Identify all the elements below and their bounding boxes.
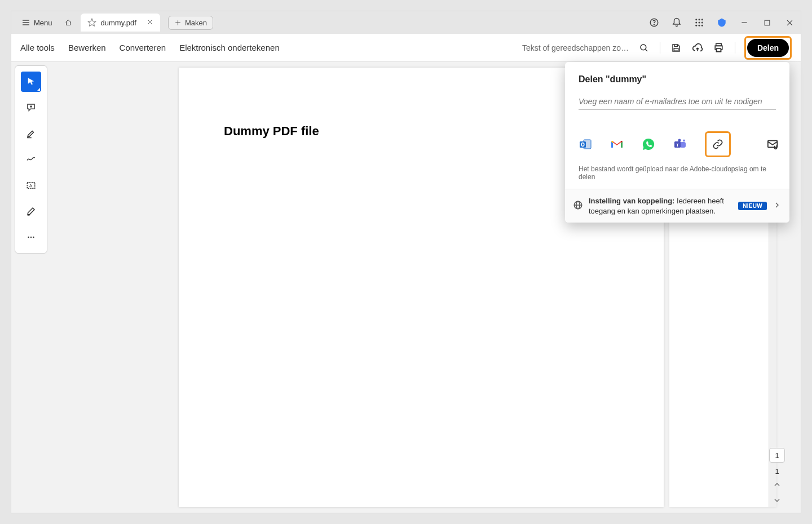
window-maximize-button[interactable] [760,16,774,29]
svg-point-10 [695,19,697,20]
link-settings-label: Instelling van koppeling: [589,197,674,205]
page-number-input[interactable]: 1 [769,448,785,463]
share-gmail-button[interactable] [610,137,624,151]
account-icon [717,17,727,28]
apps-grid-icon [694,17,704,28]
tab-all-tools[interactable]: Alle tools [20,43,55,52]
close-icon [785,19,794,27]
svg-text:T: T [676,143,679,148]
chevron-right-icon [773,201,782,210]
svg-point-12 [701,19,703,20]
menu-label: Menu [34,19,52,27]
page-down-button[interactable] [773,496,782,507]
svg-rect-37 [580,141,586,148]
notifications-button[interactable] [670,16,683,29]
titlebar: Menu dummy.pdf Maken [11,11,801,34]
window-close-button[interactable] [783,16,796,29]
svg-rect-44 [768,141,778,148]
tab-close-button[interactable] [147,19,153,27]
invite-input[interactable] [579,95,776,110]
link-settings-text: Instelling van koppeling: Iedereen heeft… [589,196,732,216]
create-button[interactable]: Maken [168,16,213,30]
signature-icon [26,206,36,216]
svg-rect-20 [765,20,770,25]
svg-line-24 [645,49,647,51]
svg-point-41 [678,139,681,142]
star-icon [87,18,96,27]
hamburger-icon [21,18,30,27]
search-button[interactable] [637,41,651,55]
svg-point-40 [683,140,685,142]
document-heading: Dummy PDF file [224,124,619,139]
svg-point-9 [654,24,654,25]
document-tab[interactable]: dummy.pdf [81,14,160,32]
share-email-attach-button[interactable] [767,137,779,151]
tool-draw[interactable] [21,149,41,170]
search-placeholder-text[interactable]: Tekst of gereedschappen zoe… [522,43,629,52]
svg-point-33 [28,237,29,238]
tool-select[interactable] [21,72,41,92]
svg-point-11 [699,19,700,20]
cursor-icon [26,77,36,87]
share-teams-button[interactable]: T [673,137,687,151]
share-outlook-button[interactable] [579,137,592,151]
page-up-button[interactable] [773,480,782,491]
account-button[interactable] [715,16,729,29]
tab-convert[interactable]: Converteren [120,43,166,52]
outlook-icon [579,137,592,151]
more-icon [26,232,36,242]
home-button[interactable] [61,16,75,29]
share-button-highlight: Delen [744,36,792,60]
tab-edit[interactable]: Bewerken [68,43,106,52]
cloud-upload-icon [692,42,703,54]
tool-text-box[interactable]: A [21,175,41,196]
svg-rect-27 [717,48,721,52]
chevron-up-icon [773,480,782,489]
link-settings-expand[interactable] [773,201,782,212]
page-navigation: 1 1 [769,448,785,507]
svg-rect-39 [680,142,686,148]
svg-point-13 [695,22,697,24]
menu-button[interactable]: Menu [16,15,58,30]
text-box-icon: A [26,180,36,190]
close-icon [147,19,153,25]
whatsapp-icon [642,137,655,151]
tool-comment[interactable] [21,97,41,118]
svg-marker-3 [88,19,95,26]
apps-grid-button[interactable] [692,16,706,29]
help-button[interactable] [647,16,661,29]
svg-rect-25 [674,48,678,51]
link-icon [712,139,723,150]
tab-esign[interactable]: Elektronisch ondertekenen [179,43,280,52]
highlighter-icon [26,128,36,139]
window-minimize-button[interactable] [738,16,751,29]
tool-sign[interactable] [21,201,41,221]
svg-point-16 [695,25,697,26]
print-icon [713,42,724,53]
print-button[interactable] [712,41,726,55]
share-button[interactable]: Delen [747,39,789,57]
save-button[interactable] [669,41,683,55]
divider [660,42,660,54]
teams-icon: T [673,137,687,151]
svg-point-17 [699,25,700,26]
link-settings-row[interactable]: Instelling van koppeling: Iedereen heeft… [565,189,789,223]
upload-cloud-button[interactable] [691,41,704,55]
plus-icon [174,19,182,26]
globe-icon [573,200,583,210]
svg-point-15 [701,22,703,24]
mail-attach-icon [767,138,779,150]
tool-highlight[interactable] [21,123,41,144]
create-label: Maken [185,19,207,27]
search-icon [639,43,649,53]
new-badge: NIEUW [738,202,767,210]
copy-link-button[interactable] [711,137,725,151]
svg-point-35 [33,237,34,238]
save-icon [671,43,681,53]
side-toolbar: A [15,65,47,254]
svg-point-34 [30,237,32,238]
tool-more[interactable] [21,227,41,247]
draw-icon [26,154,36,165]
bell-icon [672,17,682,28]
share-whatsapp-button[interactable] [642,137,655,151]
